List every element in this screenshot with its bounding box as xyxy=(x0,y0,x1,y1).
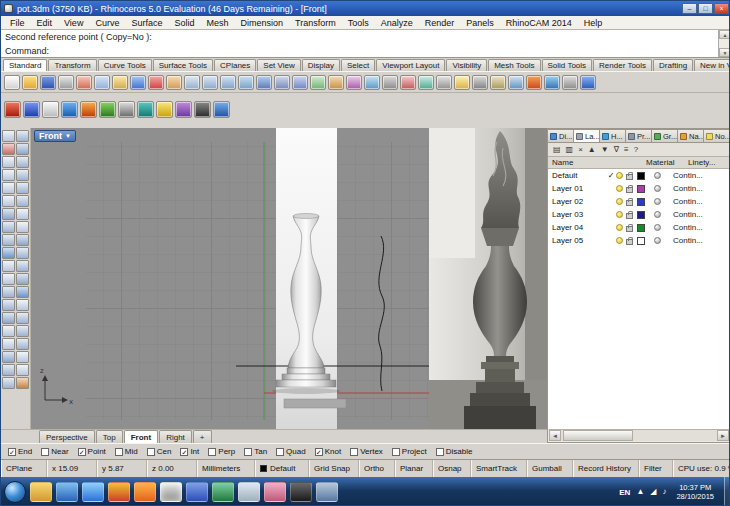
options-icon[interactable] xyxy=(562,75,578,90)
layer-material-icon[interactable] xyxy=(654,185,661,192)
panel-tab-layers[interactable]: La... xyxy=(574,129,600,143)
scroll-up-icon[interactable]: ▲ xyxy=(719,30,730,39)
status-z[interactable]: z 0.00 xyxy=(147,460,197,477)
checker-material-icon[interactable] xyxy=(118,101,135,118)
menu-item[interactable]: Solid xyxy=(168,18,200,28)
status-smarttrack[interactable]: SmartTrack xyxy=(471,460,527,477)
layer-row[interactable]: Layer 02 Contin... xyxy=(548,195,730,208)
checkbox[interactable] xyxy=(392,448,400,456)
viewport-canvas[interactable]: z x xyxy=(31,128,547,429)
status-y[interactable]: y 5.87 xyxy=(97,460,147,477)
blend-tool-icon[interactable] xyxy=(16,234,29,246)
taskbar-clock[interactable]: 10:37 PM 28/10/2015 xyxy=(672,483,718,501)
extrude-tool-icon[interactable] xyxy=(2,273,15,285)
status-ortho[interactable]: Ortho xyxy=(359,460,395,477)
layer-help-icon[interactable]: ? xyxy=(634,143,638,157)
erase-icon[interactable] xyxy=(76,75,92,90)
osnap-end[interactable]: ✓ End xyxy=(8,447,32,456)
taskbar-paint-icon[interactable] xyxy=(264,482,286,502)
scroll-track[interactable] xyxy=(719,39,730,48)
layer-linetype[interactable]: Contin... xyxy=(673,171,703,180)
toolbar-tab[interactable]: Drafting xyxy=(653,59,693,71)
menu-item[interactable]: Render xyxy=(419,18,461,28)
delete-layer-icon[interactable]: × xyxy=(578,143,583,157)
layer-lock-icon[interactable] xyxy=(626,213,633,219)
layer-lock-icon[interactable] xyxy=(626,239,633,245)
panel-tab-help[interactable]: H... xyxy=(600,129,626,143)
extend-tool-icon[interactable] xyxy=(16,208,29,220)
bulb-tool-icon[interactable] xyxy=(156,101,173,118)
checkbox[interactable] xyxy=(208,448,216,456)
move-layer-down-icon[interactable]: ▼ xyxy=(601,143,609,157)
taskbar-chrome-icon[interactable] xyxy=(108,482,130,502)
line-tool-icon[interactable] xyxy=(2,156,15,168)
ellipse-tool-icon[interactable] xyxy=(16,182,29,194)
new-layer-icon[interactable]: ▤ xyxy=(553,143,561,157)
move-icon[interactable] xyxy=(292,75,308,90)
osnap-int[interactable]: ✓ Int xyxy=(180,447,199,456)
save-file-icon[interactable] xyxy=(40,75,56,90)
select-arrow-icon[interactable] xyxy=(2,130,15,142)
mesh-tool-icon[interactable] xyxy=(16,312,29,324)
copy-to-clipboard-icon[interactable] xyxy=(94,75,110,90)
toolbar-tab[interactable]: Set View xyxy=(257,59,300,71)
globe-tool-icon[interactable] xyxy=(213,101,230,118)
taskbar-notepad-icon[interactable] xyxy=(238,482,260,502)
box-tool-icon[interactable] xyxy=(2,286,15,298)
taskbar-word-icon[interactable] xyxy=(186,482,208,502)
selection-filter-icon[interactable] xyxy=(16,130,29,142)
new-sublayer-icon[interactable]: ▥ xyxy=(566,143,574,157)
checkbox[interactable] xyxy=(147,448,155,456)
current-layer-check[interactable]: ✓ xyxy=(606,171,616,180)
named-views-icon[interactable] xyxy=(274,75,290,90)
render-preview-icon[interactable] xyxy=(544,75,560,90)
status-record-history[interactable]: Record History xyxy=(573,460,639,477)
array-tool-icon[interactable] xyxy=(16,351,29,363)
viewport-tab-right[interactable]: Right xyxy=(159,430,192,443)
layer-color-swatch[interactable] xyxy=(637,198,645,206)
rotate-icon[interactable] xyxy=(328,75,344,90)
menu-item[interactable]: Transform xyxy=(289,18,342,28)
minimize-button[interactable]: – xyxy=(682,3,697,14)
plant-tool-icon[interactable] xyxy=(99,101,116,118)
scroll-right-icon[interactable]: ► xyxy=(717,430,729,441)
menu-item[interactable]: Mesh xyxy=(200,18,234,28)
layer-color-swatch[interactable] xyxy=(637,172,645,180)
checkbox[interactable] xyxy=(436,448,444,456)
flame-tool-icon[interactable] xyxy=(80,101,97,118)
render-icon[interactable] xyxy=(526,75,542,90)
checkbox[interactable]: ✓ xyxy=(315,448,323,456)
status-osnap[interactable]: Osnap xyxy=(433,460,471,477)
layer-dialog-icon[interactable] xyxy=(490,75,506,90)
layer-visibility-bulb-icon[interactable] xyxy=(616,172,623,179)
checkbox[interactable] xyxy=(115,448,123,456)
close-button[interactable]: × xyxy=(714,3,729,14)
four-viewports-icon[interactable] xyxy=(256,75,272,90)
boolean-tool-icon[interactable] xyxy=(2,312,15,324)
join-tool-icon[interactable] xyxy=(2,377,15,389)
osnap-vertex[interactable]: Vertex xyxy=(350,447,383,456)
show-desktop-button[interactable] xyxy=(724,477,730,506)
redo-icon[interactable] xyxy=(148,75,164,90)
viewport-tab-top[interactable]: Top xyxy=(96,430,123,443)
sweep-tool-icon[interactable] xyxy=(16,260,29,272)
status-cplane[interactable]: CPlane xyxy=(1,460,47,477)
chamfer-tool-icon[interactable] xyxy=(16,221,29,233)
network-icon[interactable]: ◢ xyxy=(650,487,656,497)
panel-tab-properties[interactable]: Pr... xyxy=(626,129,652,143)
open-file-icon[interactable] xyxy=(22,75,38,90)
taskbar-firefox-icon[interactable] xyxy=(134,482,156,502)
point-cloud-icon[interactable] xyxy=(16,143,29,155)
taskbar-excel-icon[interactable] xyxy=(212,482,234,502)
status-layer[interactable]: Default xyxy=(255,460,309,477)
zoom-extents-icon[interactable] xyxy=(220,75,236,90)
show-objects-icon[interactable] xyxy=(454,75,470,90)
layer-row[interactable]: Layer 04 Contin... xyxy=(548,221,730,234)
checkbox[interactable]: ✓ xyxy=(8,448,16,456)
menu-item[interactable]: Help xyxy=(578,18,609,28)
osnap-quad[interactable]: Quad xyxy=(276,447,306,456)
object-properties-icon[interactable] xyxy=(508,75,524,90)
menu-item[interactable]: Surface xyxy=(125,18,168,28)
point-tool-icon[interactable] xyxy=(2,143,15,155)
explode-tool-icon[interactable] xyxy=(16,377,29,389)
